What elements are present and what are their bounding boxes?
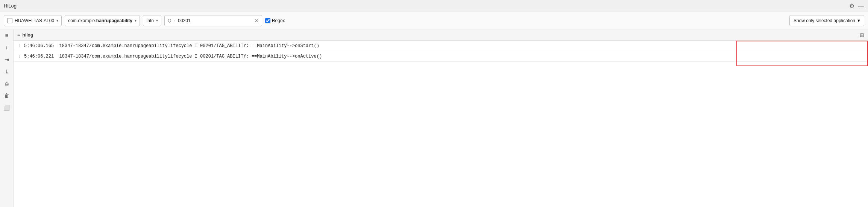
package-dropdown[interactable]: com.example.hanrupageability ▾	[65, 15, 140, 26]
row-text-2: 5:46:06.221 18347-18347/com.example.hanr…	[24, 54, 866, 59]
sidebar-icon-export[interactable]: ⤓	[2, 67, 12, 76]
show-only-label: Show only selected application	[794, 18, 855, 23]
device-dropdown-chevron: ▾	[56, 18, 58, 23]
row-arrow-1: ↑	[15, 43, 24, 49]
search-box: Q→ ✕	[164, 15, 262, 26]
log-content: ↑ 5:46:06.165 18347-18347/com.example.ha…	[14, 41, 868, 207]
sidebar-icon-delete[interactable]: 🗑	[2, 91, 12, 100]
table-row: ↓ 5:46:06.221 18347-18347/com.example.ha…	[14, 51, 868, 62]
window-title: HiLog	[4, 3, 17, 9]
log-level-chevron: ▾	[156, 18, 158, 23]
log-header-icon: ≡	[17, 32, 20, 38]
log-header-title: ≡ hilog	[17, 32, 33, 38]
search-input[interactable]	[178, 18, 252, 23]
row-text-1: 5:46:06.165 18347-18347/com.example.hanr…	[24, 43, 866, 49]
device-icon	[7, 18, 12, 23]
settings-icon[interactable]: ⚙	[849, 2, 854, 9]
package-dropdown-chevron: ▾	[135, 18, 137, 23]
columns-icon[interactable]: ⊞	[860, 32, 864, 38]
device-label: HUAWEI TAS-AL00	[15, 18, 54, 23]
regex-checkbox[interactable]	[265, 18, 270, 23]
log-level-dropdown[interactable]: Info ▾	[143, 15, 161, 26]
main-window: HiLog ⚙ — HUAWEI TAS-AL00 ▾ com.example.…	[0, 0, 868, 207]
title-bar: HiLog ⚙ —	[0, 0, 868, 12]
sidebar-icon-down[interactable]: ↓	[2, 43, 12, 52]
log-header: ≡ hilog ⊞	[14, 29, 868, 41]
sidebar-icon-print[interactable]: ⎙	[2, 79, 12, 88]
minimize-icon[interactable]: —	[858, 3, 864, 9]
log-sidebar: ≡ ↓ ⇥ ⤓ ⎙ 🗑 ⬜	[0, 29, 14, 207]
sidebar-icon-filter[interactable]: ≡	[2, 31, 12, 40]
log-level-label: Info	[146, 18, 154, 23]
table-row: ↑ 5:46:06.165 18347-18347/com.example.ha…	[14, 41, 868, 51]
show-only-chevron: ▾	[857, 18, 860, 23]
title-bar-actions: ⚙ —	[849, 2, 864, 9]
row-arrow-2: ↓	[15, 54, 24, 59]
log-header-right: ⊞	[860, 32, 864, 38]
toolbar: HUAWEI TAS-AL00 ▾ com.example.hanrupagea…	[0, 12, 868, 29]
search-icon: Q→	[168, 18, 176, 23]
regex-label[interactable]: Regex	[265, 18, 285, 23]
log-main: ≡ hilog ⊞ ↑ 5:46:06.165 18347-18347/com.…	[14, 29, 868, 207]
sidebar-icon-screenshot[interactable]: ⬜	[2, 103, 12, 112]
rows-wrapper: ↑ 5:46:06.165 18347-18347/com.example.ha…	[14, 41, 868, 62]
show-only-dropdown[interactable]: Show only selected application ▾	[789, 15, 864, 26]
device-dropdown[interactable]: HUAWEI TAS-AL00 ▾	[4, 15, 62, 26]
clear-icon[interactable]: ✕	[254, 18, 259, 24]
package-label: com.example.hanrupageability	[68, 18, 132, 23]
sidebar-icon-wrap[interactable]: ⇥	[2, 55, 12, 64]
log-panel: ≡ ↓ ⇥ ⤓ ⎙ 🗑 ⬜ ≡ hilog ⊞	[0, 29, 868, 207]
